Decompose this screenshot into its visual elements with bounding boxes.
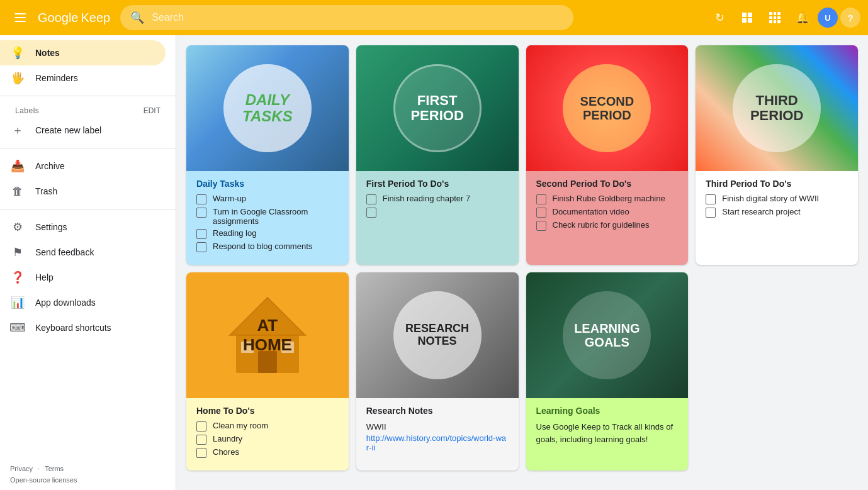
terms-link[interactable]: Terms bbox=[45, 465, 64, 472]
apps-button[interactable] bbox=[762, 5, 787, 30]
checkbox[interactable] bbox=[196, 435, 206, 445]
item-text: Respond to blog comments bbox=[213, 242, 312, 251]
note-body-second: Second Period To Do's Finish Rube Goldbe… bbox=[526, 171, 689, 243]
item-text: Start research project bbox=[722, 207, 800, 216]
appdownloads-icon: 📊 bbox=[10, 295, 25, 310]
note-card-daily-tasks[interactable]: DAILYTASKS Daily Tasks Warm-up Turn in G… bbox=[186, 45, 349, 265]
apps-icon bbox=[769, 12, 781, 23]
trash-icon: 🗑 bbox=[10, 184, 25, 199]
search-bar[interactable]: 🔍 bbox=[120, 5, 573, 30]
topbar-actions: ↻ 🔔 U ? bbox=[707, 5, 860, 30]
sidebar-item-archive[interactable]: 📥 Archive bbox=[0, 153, 166, 179]
oss-link[interactable]: Open-source licenses bbox=[0, 475, 176, 485]
daily-image-text: DAILYTASKS bbox=[242, 92, 293, 125]
checkbox[interactable] bbox=[196, 229, 206, 239]
checkbox[interactable] bbox=[196, 448, 206, 458]
checkbox[interactable] bbox=[706, 194, 716, 204]
list-item: Finish digital story of WWII bbox=[706, 194, 848, 204]
settings-icon: ⚙ bbox=[10, 220, 25, 235]
note-title-research: Research Notes bbox=[366, 406, 509, 416]
archive-label: Archive bbox=[35, 161, 65, 171]
checkbox[interactable] bbox=[366, 208, 376, 218]
sidebar-reminders-label: Reminders bbox=[35, 73, 78, 83]
list-item: Turn in Google Classroom assignments bbox=[196, 207, 339, 226]
note-card-research[interactable]: RESEARCHNOTES Research Notes WWII http:/… bbox=[356, 272, 519, 471]
menu-button[interactable] bbox=[8, 5, 33, 30]
labels-heading: Labels bbox=[15, 106, 39, 115]
main-layout: 💡 Notes 🖐 Reminders Labels EDIT ＋ Create… bbox=[0, 35, 868, 490]
sidebar-item-notes[interactable]: 💡 Notes bbox=[0, 40, 166, 65]
topbar: Google Keep 🔍 ↻ 🔔 U ? bbox=[0, 0, 868, 35]
note-card-third-period[interactable]: THIRDPERIOD Third Period To Do's Finish … bbox=[696, 45, 858, 265]
sidebar-item-appdownloads[interactable]: 📊 App downloads bbox=[0, 290, 166, 315]
checkbox[interactable] bbox=[366, 194, 376, 204]
note-title-first: First Period To Do's bbox=[366, 179, 509, 189]
second-image-text: SECONDPERIOD bbox=[580, 94, 634, 122]
third-image-text: THIRDPERIOD bbox=[750, 93, 803, 123]
grid-layout-icon bbox=[742, 13, 752, 23]
item-text: Turn in Google Classroom assignments bbox=[213, 207, 339, 226]
sidebar-item-keyboard[interactable]: ⌨ Keyboard shortcuts bbox=[0, 315, 166, 340]
list-item: Respond to blog comments bbox=[196, 242, 339, 252]
checkbox[interactable] bbox=[536, 221, 546, 231]
checkbox[interactable] bbox=[536, 208, 546, 218]
note-card-second-period[interactable]: SECONDPERIOD Second Period To Do's Finis… bbox=[526, 45, 689, 265]
checkbox[interactable] bbox=[196, 208, 206, 218]
learning-image-text: LEARNINGGOALS bbox=[574, 321, 640, 349]
item-text: Clean my room bbox=[213, 421, 268, 430]
sidebar-item-feedback[interactable]: ⚑ Send feedback bbox=[0, 240, 166, 265]
note-body-home: Home To Do's Clean my room Laundry Chore… bbox=[186, 398, 349, 471]
item-text: Finish digital story of WWII bbox=[722, 194, 819, 203]
refresh-button[interactable]: ↻ bbox=[707, 5, 732, 30]
notifications-button[interactable]: 🔔 bbox=[790, 5, 815, 30]
footer-links: Privacy · Terms bbox=[0, 462, 176, 475]
note-card-learning[interactable]: LEARNINGGOALS Learning Goals Use Google … bbox=[526, 272, 689, 471]
notes-content: DAILYTASKS Daily Tasks Warm-up Turn in G… bbox=[176, 35, 868, 490]
lightbulb-icon: 💡 bbox=[10, 45, 25, 60]
daily-image-circle: DAILYTASKS bbox=[223, 64, 312, 152]
note-title-daily: Daily Tasks bbox=[196, 179, 339, 189]
first-image-text: FIRSTPERIOD bbox=[410, 93, 463, 123]
checkbox[interactable] bbox=[196, 194, 206, 204]
item-text: Finish Rube Goldberg machine bbox=[553, 194, 665, 203]
avatar[interactable]: U bbox=[818, 8, 838, 28]
sidebar-item-settings[interactable]: ⚙ Settings bbox=[0, 214, 166, 240]
item-text: Finish reading chapter 7 bbox=[383, 194, 470, 203]
sidebar: 💡 Notes 🖐 Reminders Labels EDIT ＋ Create… bbox=[0, 35, 176, 490]
search-input[interactable] bbox=[152, 12, 563, 23]
checkbox[interactable] bbox=[706, 208, 716, 218]
privacy-link[interactable]: Privacy bbox=[10, 465, 33, 472]
checkbox[interactable] bbox=[196, 421, 206, 432]
keyboard-label: Keyboard shortcuts bbox=[35, 323, 111, 333]
sidebar-item-reminders[interactable]: 🖐 Reminders bbox=[0, 65, 166, 91]
second-image-circle: SECONDPERIOD bbox=[563, 64, 651, 152]
note-body-research: Research Notes WWII http://www.history.c… bbox=[356, 398, 519, 462]
research-link[interactable]: http://www.history.com/topics/world-war-… bbox=[366, 433, 509, 452]
layout-toggle-button[interactable] bbox=[735, 5, 760, 30]
list-item: Reading log bbox=[196, 228, 339, 239]
list-item: Documentation video bbox=[536, 207, 679, 218]
note-body-learning: Learning Goals Use Google Keep to Track … bbox=[526, 398, 689, 455]
checkbox[interactable] bbox=[536, 194, 546, 204]
note-card-home[interactable]: ATHOME Home To Do's Clean my room Laundr… bbox=[186, 272, 349, 471]
logo-keep: Keep bbox=[81, 11, 111, 25]
list-item: Laundry bbox=[196, 434, 339, 445]
feedback-label: Send feedback bbox=[35, 247, 94, 257]
list-item: Finish Rube Goldberg machine bbox=[536, 194, 679, 204]
sidebar-item-create-label[interactable]: ＋ Create new label bbox=[0, 118, 166, 143]
sidebar-notes-label: Notes bbox=[35, 48, 60, 58]
sidebar-item-trash[interactable]: 🗑 Trash bbox=[0, 179, 166, 204]
checkbox[interactable] bbox=[196, 242, 206, 252]
note-card-first-period[interactable]: FIRSTPERIOD First Period To Do's Finish … bbox=[356, 45, 519, 265]
list-item: Check rubric for guidelines bbox=[536, 220, 679, 231]
learning-image-circle: LEARNINGGOALS bbox=[563, 291, 651, 379]
research-text: WWII bbox=[366, 421, 509, 433]
help-account-button[interactable]: ? bbox=[840, 8, 860, 28]
list-item: Clean my room bbox=[196, 421, 339, 432]
labels-edit-button[interactable]: EDIT bbox=[144, 106, 161, 115]
sidebar-item-help[interactable]: ❓ Help bbox=[0, 265, 166, 290]
note-body-daily: Daily Tasks Warm-up Turn in Google Class… bbox=[186, 171, 349, 265]
item-text: Reading log bbox=[213, 228, 256, 238]
search-icon: 🔍 bbox=[130, 11, 144, 25]
trash-label: Trash bbox=[35, 186, 57, 196]
